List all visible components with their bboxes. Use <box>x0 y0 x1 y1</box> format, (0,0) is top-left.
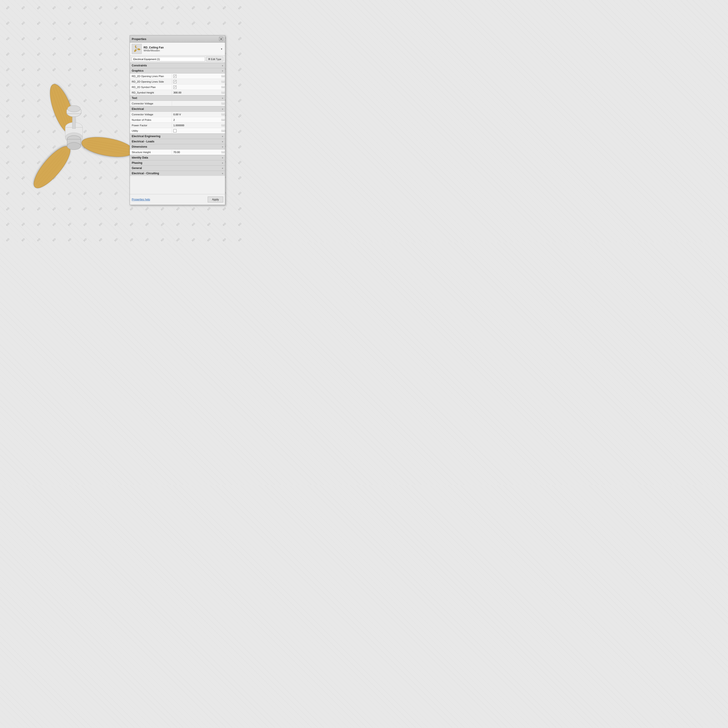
type-selector-dropdown[interactable]: Electrical Equipment (1) <box>132 57 205 61</box>
prop-row-num-poles: Number of Poles … <box>130 117 225 122</box>
section-elec-circuiting[interactable]: Electrical - Circuiting « <box>130 171 225 176</box>
section-text[interactable]: Text » <box>130 95 225 101</box>
prop-name-connector-voltage: Connector Voltage <box>130 112 172 117</box>
prop-value-opening-side[interactable] <box>172 80 221 84</box>
elec-eng-collapse-arrow: « <box>222 135 223 138</box>
prop-edit-symbol-height[interactable]: … <box>221 92 225 94</box>
elec-loads-collapse-arrow: « <box>222 141 223 143</box>
elec-circuiting-collapse-arrow: « <box>222 172 223 175</box>
prop-name-opening-side: RD_2D Opening Lines Side <box>130 80 172 84</box>
prop-row-opening-plan: RD_2D Opening Lines Plan … <box>130 73 225 79</box>
input-symbol-height[interactable] <box>173 91 220 94</box>
prop-name-connector-desc: Connector Voltage <box>130 101 172 106</box>
input-connector-voltage[interactable] <box>173 113 220 116</box>
checkbox-opening-plan[interactable] <box>173 75 177 78</box>
input-power-factor[interactable] <box>173 124 220 127</box>
svg-point-30 <box>136 46 138 47</box>
section-text-label: Text <box>132 96 137 99</box>
svg-point-28 <box>136 48 138 50</box>
checkbox-utility[interactable] <box>173 129 177 132</box>
element-sub: White/Wooden <box>144 49 164 52</box>
prop-edit-num-poles[interactable]: … <box>221 119 225 121</box>
prop-name-power-factor: Power Factor <box>130 123 172 128</box>
prop-row-symbol-height: RD_Symbol Height … <box>130 90 225 95</box>
general-collapse-arrow: « <box>222 167 223 170</box>
prop-edit-symbol-plan[interactable]: … <box>221 86 225 88</box>
checkbox-symbol-plan[interactable] <box>173 86 177 89</box>
apply-button[interactable]: Apply <box>208 197 223 202</box>
element-name: RD_Ceiling Fan <box>144 46 164 49</box>
properties-content[interactable]: Constraints « Graphics » RD_2D Opening L… <box>130 63 225 194</box>
svg-point-10 <box>29 142 75 193</box>
prop-row-power-factor: Power Factor … <box>130 122 225 128</box>
section-graphics[interactable]: Graphics » <box>130 68 225 73</box>
element-dropdown-arrow[interactable]: ▼ <box>220 47 223 50</box>
prop-edit-power-factor[interactable]: … <box>221 124 225 127</box>
section-general[interactable]: General « <box>130 165 225 171</box>
prop-row-utility: Utility … <box>130 128 225 133</box>
prop-name-utility: Utility <box>130 128 172 133</box>
properties-panel: Properties × RD_Ceiling Fan <box>130 35 225 205</box>
prop-value-power-factor[interactable] <box>172 123 221 127</box>
prop-value-symbol-plan[interactable] <box>172 85 221 89</box>
edit-type-icon: ⊞ <box>208 58 210 61</box>
svg-point-5 <box>80 134 134 160</box>
prop-name-opening-plan: RD_2D Opening Lines Plan <box>130 74 172 78</box>
panel-footer: Properties help Apply <box>130 194 225 205</box>
prop-value-opening-plan[interactable] <box>172 74 221 78</box>
section-elec-engineering[interactable]: Electrical Engineering « <box>130 133 225 139</box>
prop-value-structure-height[interactable] <box>172 150 221 154</box>
edit-type-button[interactable]: ⊞ Edit Type <box>206 57 223 61</box>
prop-edit-connector-voltage[interactable]: … <box>221 113 225 116</box>
input-num-poles[interactable] <box>173 119 220 121</box>
properties-help-link[interactable]: Properties help <box>132 198 150 201</box>
prop-edit-connector-desc[interactable]: … <box>221 102 225 105</box>
section-constraints[interactable]: Constraints « <box>130 63 225 68</box>
panel-title: Properties <box>132 37 146 41</box>
prop-edit-utility[interactable]: … <box>221 130 225 132</box>
close-button[interactable]: × <box>219 37 223 41</box>
prop-name-num-poles: Number of Poles <box>130 118 172 122</box>
prop-row-connector-voltage: Connector Voltage … <box>130 112 225 117</box>
section-elec-loads[interactable]: Electrical - Loads « <box>130 139 225 144</box>
prop-value-utility[interactable] <box>172 128 221 133</box>
identity-data-collapse-arrow: « <box>222 156 223 159</box>
phasing-collapse-arrow: « <box>222 162 223 164</box>
prop-edit-structure-height[interactable]: … <box>221 151 225 153</box>
section-electrical[interactable]: Electrical » <box>130 106 225 112</box>
prop-row-structure-height: Structure Height … <box>130 150 225 155</box>
element-thumbnail <box>132 44 142 54</box>
prop-value-symbol-height[interactable] <box>172 90 221 95</box>
graphics-collapse-arrow: » <box>222 70 223 72</box>
input-connector-desc[interactable] <box>173 102 220 105</box>
svg-point-20 <box>67 142 81 150</box>
prop-edit-opening-side[interactable]: … <box>221 81 225 83</box>
section-phasing[interactable]: Phasing « <box>130 160 225 165</box>
checkbox-opening-side[interactable] <box>173 80 177 83</box>
prop-name-symbol-plan: RD_2D Symbol Plan <box>130 85 172 89</box>
element-info: RD_Ceiling Fan White/Wooden <box>144 46 164 52</box>
section-dimensions[interactable]: Dimensions » <box>130 144 225 150</box>
prop-row-connector-desc: Connector Voltage … <box>130 101 225 106</box>
text-collapse-arrow: » <box>222 97 223 99</box>
svg-point-24 <box>67 106 80 112</box>
fan-diagram <box>14 77 134 209</box>
electrical-collapse-arrow: » <box>222 108 223 110</box>
input-structure-height[interactable] <box>173 151 220 154</box>
prop-row-opening-side: RD_2D Opening Lines Side … <box>130 79 225 84</box>
dimensions-collapse-arrow: » <box>222 145 223 148</box>
prop-row-symbol-plan: RD_2D Symbol Plan … <box>130 84 225 90</box>
prop-edit-opening-plan[interactable]: … <box>221 75 225 77</box>
prop-value-num-poles[interactable] <box>172 118 221 122</box>
section-identity-data[interactable]: Identity Data « <box>130 155 225 160</box>
type-selector-row: Electrical Equipment (1) ⊞ Edit Type <box>130 55 225 63</box>
empty-space <box>130 176 225 194</box>
constraints-collapse-arrow: « <box>222 64 223 67</box>
prop-value-connector-desc[interactable] <box>172 101 221 106</box>
prop-name-structure-height: Structure Height <box>130 150 172 154</box>
element-header: RD_Ceiling Fan White/Wooden ▼ <box>130 43 225 55</box>
panel-titlebar: Properties × <box>130 35 225 43</box>
prop-value-connector-voltage[interactable] <box>172 112 221 116</box>
svg-rect-21 <box>72 115 75 128</box>
prop-name-symbol-height: RD_Symbol Height <box>130 90 172 95</box>
